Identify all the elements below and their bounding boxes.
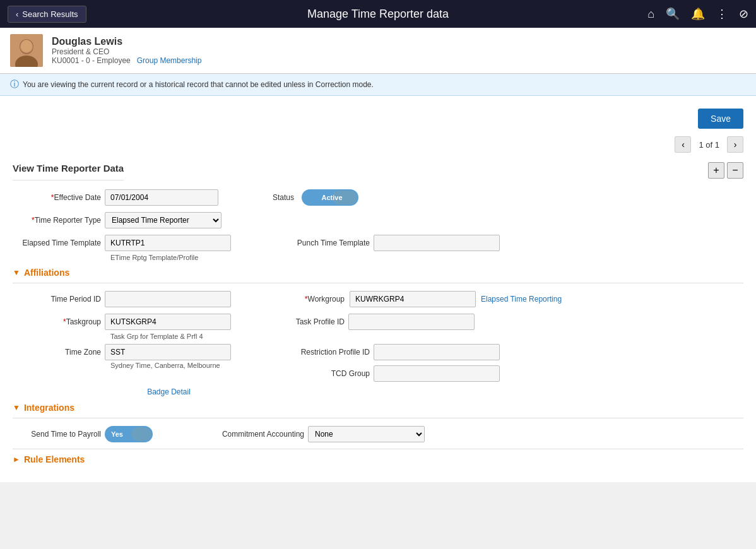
- send-time-to-payroll-label: Send Time to Payroll: [13, 430, 101, 439]
- elapsed-time-template-label: Elapsed Time Template: [13, 239, 101, 247]
- info-icon: ⓘ: [10, 79, 19, 90]
- send-time-to-payroll-toggle[interactable]: Yes: [105, 426, 153, 442]
- block-icon[interactable]: ⊘: [739, 7, 748, 21]
- user-id: KU0001 - 0 - Employee Group Membership: [52, 56, 201, 65]
- user-header: Douglas Lewis President & CEO KU0001 - 0…: [0, 28, 756, 74]
- elapsed-time-template-input[interactable]: [105, 235, 231, 251]
- svg-point-4: [21, 40, 32, 52]
- top-nav: ‹ Search Results Manage Time Reporter da…: [0, 0, 756, 28]
- integrations-arrow: ▼: [13, 403, 20, 412]
- add-remove-row: + −: [708, 162, 743, 179]
- effective-date-field: *Effective Date: [13, 189, 218, 206]
- add-record-button[interactable]: +: [708, 162, 724, 179]
- user-name: Douglas Lewis: [52, 36, 201, 47]
- workgroup-input[interactable]: [350, 291, 476, 307]
- prev-icon: ‹: [682, 139, 685, 150]
- send-time-toggle-label: Yes: [111, 430, 123, 438]
- search-icon[interactable]: 🔍: [666, 7, 680, 21]
- back-icon: ‹: [16, 9, 18, 19]
- section-title: View Time Reporter Data: [13, 158, 124, 180]
- task-profile-id-label: Task Profile ID: [269, 317, 345, 326]
- rule-elements-arrow: ►: [13, 455, 20, 464]
- group-membership-link[interactable]: Group Membership: [137, 56, 202, 65]
- back-button[interactable]: ‹ Search Results: [8, 6, 86, 23]
- status-toggle-label: Active: [307, 194, 357, 201]
- back-label: Search Results: [22, 9, 78, 19]
- punch-time-template-field: Punch Time Template: [269, 235, 500, 251]
- time-reporter-type-select[interactable]: Elapsed Time Reporter: [105, 212, 221, 228]
- pagination-text: 1 of 1: [694, 140, 724, 150]
- restriction-profile-id-label: Restriction Profile ID: [269, 348, 370, 357]
- elapsed-time-template-field: Elapsed Time Template: [13, 235, 231, 251]
- taskgroup-label: *Taskgroup: [13, 317, 101, 326]
- rule-elements-header[interactable]: ► Rule Elements: [13, 449, 743, 469]
- pagination-row: ‹ 1 of 1 ›: [13, 134, 743, 158]
- send-time-to-payroll-field: Send Time to Payroll Yes: [13, 426, 153, 442]
- affiliations-title: Affiliations: [24, 268, 69, 278]
- commitment-accounting-label: Commitment Accounting: [203, 430, 304, 439]
- time-period-id-field: Time Period ID: [13, 291, 231, 307]
- rule-elements-title: Rule Elements: [24, 454, 85, 464]
- commitment-accounting-field: Commitment Accounting None Commitment Pr…: [203, 426, 425, 442]
- status-field: Status Active: [256, 189, 358, 206]
- integrations-header[interactable]: ▼ Integrations: [13, 403, 743, 413]
- page-title: Manage Time Reporter data: [307, 8, 449, 21]
- workgroup-label: *Workgroup: [269, 295, 345, 304]
- affiliations-header[interactable]: ▼ Affiliations: [13, 268, 743, 278]
- avatar-image: [10, 34, 43, 67]
- tcd-group-field: TCD Group: [269, 365, 500, 382]
- time-period-id-input[interactable]: [105, 291, 231, 307]
- more-icon[interactable]: ⋮: [716, 7, 728, 21]
- time-period-id-label: Time Period ID: [13, 295, 101, 304]
- effective-date-input[interactable]: [105, 189, 218, 206]
- taskgroup-sub: Task Grp for Template & Prfl 4: [110, 333, 743, 340]
- elapsed-time-sub: ETime Rptg Template/Profile: [110, 254, 743, 261]
- integrations-title: Integrations: [24, 403, 74, 413]
- next-page-button[interactable]: ›: [727, 136, 743, 153]
- user-id-text: KU0001 - 0 - Employee: [52, 56, 131, 65]
- effective-date-label: *Effective Date: [13, 193, 101, 202]
- toolbar-row: Save: [13, 103, 743, 134]
- banner-message: You are viewing the current record or a …: [23, 80, 374, 89]
- prev-page-button[interactable]: ‹: [675, 136, 691, 153]
- user-info: Douglas Lewis President & CEO KU0001 - 0…: [52, 36, 201, 65]
- nav-icons: ⌂ 🔍 🔔 ⋮ ⊘: [647, 7, 748, 21]
- restriction-profile-id-field: Restriction Profile ID: [269, 344, 500, 360]
- status-label: Status: [256, 193, 294, 202]
- task-profile-id-field: Task Profile ID: [269, 314, 475, 330]
- workgroup-field: *Workgroup Elapsed Time Reporting: [269, 291, 562, 307]
- task-profile-id-input[interactable]: [348, 314, 475, 330]
- tcd-group-input[interactable]: [374, 365, 500, 382]
- save-button[interactable]: Save: [698, 109, 743, 129]
- time-zone-sub: Sydney Time, Canberra, Melbourne: [110, 362, 231, 369]
- tcd-group-label: TCD Group: [269, 369, 370, 378]
- taskgroup-input[interactable]: [105, 314, 231, 330]
- next-icon: ›: [734, 139, 737, 150]
- home-icon[interactable]: ⌂: [647, 8, 654, 21]
- time-zone-label: Time Zone: [13, 348, 101, 357]
- time-zone-input[interactable]: [105, 344, 231, 360]
- integrations-divider: [13, 418, 743, 418]
- badge-detail-link[interactable]: Badge Detail: [147, 387, 191, 396]
- affiliations-arrow: ▼: [13, 268, 20, 277]
- workgroup-link[interactable]: Elapsed Time Reporting: [481, 295, 562, 304]
- time-reporter-type-field: *Time Reporter Type Elapsed Time Reporte…: [13, 212, 221, 228]
- content-area: Save ‹ 1 of 1 › View Time Reporter Data …: [0, 96, 756, 482]
- punch-time-template-input[interactable]: [374, 235, 500, 251]
- avatar: [10, 34, 43, 67]
- taskgroup-field: *Taskgroup: [13, 314, 231, 330]
- restriction-profile-id-input[interactable]: [374, 344, 500, 360]
- punch-time-template-label: Punch Time Template: [269, 239, 370, 247]
- info-banner: ⓘ You are viewing the current record or …: [0, 74, 756, 96]
- affiliations-divider: [13, 283, 743, 283]
- status-toggle[interactable]: Active: [302, 189, 358, 206]
- user-title: President & CEO: [52, 47, 201, 56]
- remove-record-button[interactable]: −: [727, 162, 743, 179]
- time-reporter-type-label: *Time Reporter Type: [13, 216, 101, 225]
- time-zone-field: Time Zone: [13, 344, 231, 360]
- bell-icon[interactable]: 🔔: [691, 7, 705, 21]
- commitment-accounting-select[interactable]: None Commitment Pre-Encumbrance: [308, 426, 425, 442]
